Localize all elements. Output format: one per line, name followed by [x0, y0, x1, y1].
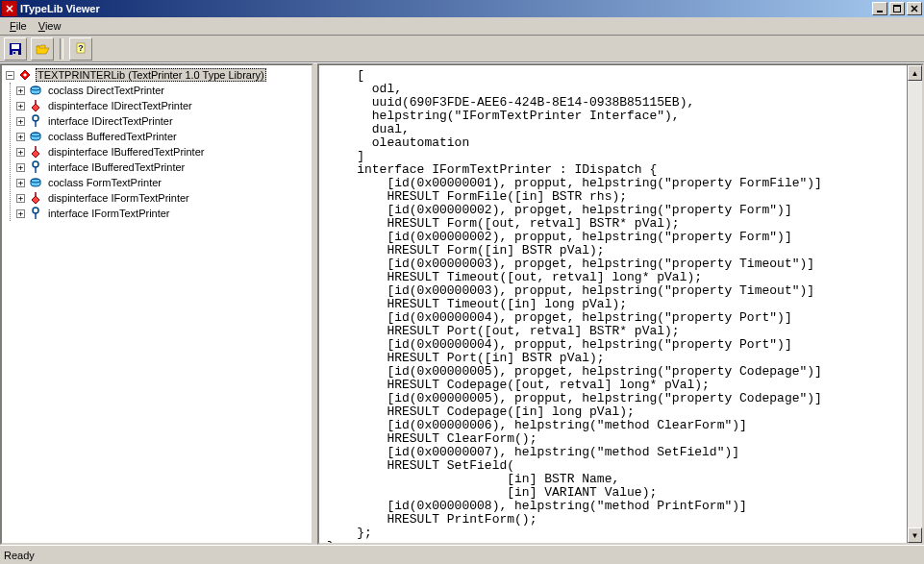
coclass-icon [28, 129, 43, 144]
tree-item[interactable]: +interface IBufferedTextPrinter [16, 159, 310, 175]
open-button[interactable] [31, 37, 54, 61]
maximize-button[interactable] [889, 2, 905, 15]
tree-item[interactable]: +dispinterface IDirectTextPrinter [16, 98, 310, 113]
svg-text:?: ? [78, 43, 84, 53]
tree-item[interactable]: +coclass DirectTextPrinter [16, 83, 310, 98]
tree-item[interactable]: +dispinterface IFormTextPrinter [16, 190, 310, 206]
expander-plus-icon[interactable]: + [16, 102, 25, 110]
svg-rect-5 [12, 44, 19, 49]
close-button[interactable] [907, 2, 922, 15]
tree-item-label[interactable]: interface IBufferedTextPrinter [46, 161, 187, 173]
tree-item-label[interactable]: interface IFormTextPrinter [46, 208, 172, 219]
expander-plus-icon[interactable]: + [16, 117, 25, 126]
tree-item-label[interactable]: interface IDirectTextPrinter [46, 115, 175, 127]
expander-plus-icon[interactable]: + [16, 148, 25, 157]
app-icon [2, 1, 17, 16]
tree-item[interactable]: +coclass BufferedTextPrinter [16, 129, 310, 144]
interface-icon [28, 159, 43, 175]
scroll-up-button[interactable]: ▲ [908, 65, 922, 81]
floppy-icon [8, 41, 23, 57]
svg-rect-3 [893, 5, 901, 7]
help-button[interactable]: ? [69, 37, 92, 61]
expander-plus-icon[interactable]: + [16, 163, 25, 172]
folder-open-icon [35, 41, 50, 57]
tree-root-node[interactable]: − TEXTPRINTERLib (TextPrinter 1.0 Type L… [6, 67, 310, 83]
content-area: − TEXTPRINTERLib (TextPrinter 1.0 Type L… [0, 62, 924, 545]
title-bar: ITypeLib Viewer [0, 0, 924, 17]
menu-bar: File View [0, 17, 924, 36]
menu-file[interactable]: File [4, 18, 33, 34]
save-button[interactable] [4, 37, 27, 61]
toolbar: ? [0, 36, 924, 62]
dispinterface-icon [28, 144, 43, 159]
svg-point-12 [33, 115, 38, 121]
scroll-down-button[interactable]: ▼ [908, 527, 922, 543]
window-title: ITypeLib Viewer [20, 3, 870, 14]
scroll-track[interactable] [908, 81, 922, 527]
tree-item-label[interactable]: dispinterface IFormTextPrinter [46, 192, 191, 204]
tree-pane[interactable]: − TEXTPRINTERLib (TextPrinter 1.0 Type L… [0, 63, 313, 545]
tree-item-label[interactable]: coclass FormTextPrinter [46, 177, 163, 188]
coclass-icon [28, 83, 43, 98]
idl-pane: [ odl, uuid(690F3FDE-AEE6-424B-8E14-0938… [317, 63, 924, 545]
expander-plus-icon[interactable]: + [16, 209, 25, 218]
expander-plus-icon[interactable]: + [16, 179, 25, 187]
tree-item-label[interactable]: dispinterface IBufferedTextPrinter [46, 146, 206, 158]
library-icon [17, 67, 33, 83]
svg-point-18 [33, 208, 38, 213]
tree-item[interactable]: +interface IDirectTextPrinter [16, 113, 310, 129]
svg-rect-1 [877, 11, 883, 12]
idl-text[interactable]: [ odl, uuid(690F3FDE-AEE6-424B-8E14-0938… [319, 65, 907, 543]
tree-item[interactable]: +interface IFormTextPrinter [16, 206, 310, 221]
dispinterface-icon [28, 98, 43, 113]
expander-plus-icon[interactable]: + [16, 194, 25, 203]
coclass-icon [28, 175, 43, 190]
toolbar-separator [60, 38, 63, 60]
expander-plus-icon[interactable]: + [16, 133, 25, 141]
status-bar: Ready [0, 545, 924, 564]
help-icon: ? [73, 41, 88, 57]
expander-minus-icon[interactable]: − [6, 71, 14, 80]
tree-item-label[interactable]: coclass DirectTextPrinter [46, 85, 166, 96]
expander-plus-icon[interactable]: + [16, 86, 25, 95]
minimize-button[interactable] [872, 2, 887, 15]
tree-root-label[interactable]: TEXTPRINTERLib (TextPrinter 1.0 Type Lib… [36, 68, 266, 82]
tree-item-label[interactable]: dispinterface IDirectTextPrinter [46, 100, 194, 111]
tree-item[interactable]: +coclass FormTextPrinter [16, 175, 310, 190]
dispinterface-icon [28, 190, 43, 206]
interface-icon [28, 206, 43, 221]
scrollbar[interactable]: ▲ ▼ [907, 65, 922, 543]
svg-point-15 [33, 161, 38, 167]
status-text: Ready [4, 550, 35, 561]
svg-rect-7 [13, 52, 15, 54]
interface-icon [28, 113, 43, 129]
tree-item[interactable]: +dispinterface IBufferedTextPrinter [16, 144, 310, 159]
tree-item-label[interactable]: coclass BufferedTextPrinter [46, 131, 179, 142]
menu-view[interactable]: View [33, 18, 67, 34]
